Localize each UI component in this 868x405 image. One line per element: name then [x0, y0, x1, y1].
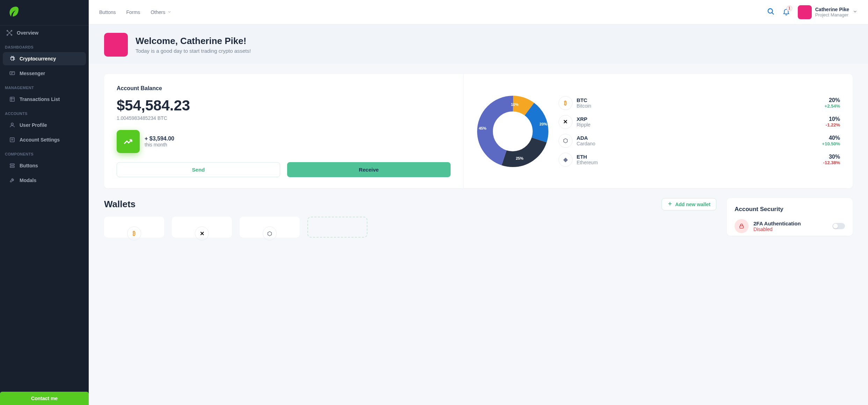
sidebar-item-modals[interactable]: Modals — [3, 174, 86, 187]
chat-icon — [9, 70, 15, 77]
donut-label: 20% — [540, 122, 547, 126]
coin-pct: 40% — [822, 135, 840, 141]
sidebar-item-overview[interactable]: Overview — [0, 26, 89, 40]
donut-label: 45% — [479, 126, 487, 130]
form-icon — [9, 137, 15, 143]
sidebar: Overview DASHBOARDS Cryptocurrency Messe… — [0, 0, 89, 405]
avatar — [104, 33, 128, 57]
coin-change: -1.22% — [826, 122, 840, 128]
balance-amount: $54,584.23 — [117, 97, 451, 114]
donut-label: 10% — [511, 102, 519, 107]
svg-rect-8 — [10, 164, 14, 165]
plus-icon — [668, 201, 672, 207]
coin-symbol: BTC — [577, 97, 591, 103]
security-item-status: Disabled — [753, 226, 801, 232]
portfolio-row: ⬡ ADACardano 40%+10.50% — [559, 134, 840, 148]
search-icon — [767, 10, 775, 16]
overview-label: Overview — [17, 30, 38, 36]
sidebar-item-messenger[interactable]: Messenger — [3, 67, 86, 80]
contact-me-button[interactable]: Contact me — [0, 392, 89, 405]
svg-rect-5 — [10, 97, 14, 101]
top-link-others[interactable]: Others — [151, 9, 172, 15]
wallet-card[interactable]: ₿ — [104, 217, 164, 238]
sidebar-item-account-settings[interactable]: Account Settings — [3, 133, 86, 146]
wrench-icon — [9, 177, 15, 183]
grid-icon — [9, 96, 15, 102]
wallet-card[interactable]: ✕ — [172, 217, 232, 238]
user-info: Catherine Pike Project Manager — [815, 7, 849, 17]
nav-label: User Profile — [20, 122, 47, 128]
nav-label: Messenger — [20, 71, 45, 76]
top-link-buttons[interactable]: Buttons — [99, 9, 116, 15]
coin-symbol: XRP — [577, 116, 591, 122]
top-link-label: Others — [151, 9, 165, 15]
top-link-forms[interactable]: Forms — [126, 9, 140, 15]
btc-icon: ₿ — [127, 226, 141, 240]
wallets-title: Wallets — [104, 199, 136, 210]
svg-point-6 — [11, 123, 13, 125]
xrp-icon: ✕ — [195, 226, 209, 240]
search-button[interactable] — [767, 8, 775, 17]
bell-icon — [782, 10, 790, 16]
section-header: ACCOUNTS — [0, 107, 89, 118]
gear-icon — [9, 56, 15, 62]
coin-change: -12.38% — [823, 160, 840, 165]
sidebar-item-transactions[interactable]: Transactions List — [3, 93, 86, 106]
top-nav: Buttons Forms Others — [99, 9, 172, 15]
account-security-card: Account Security 2FA Authentication Disa… — [727, 198, 853, 236]
hero: Welcome, Catherine Pike! Today is a good… — [89, 24, 868, 64]
receive-button[interactable]: Receive — [287, 162, 451, 177]
sidebar-item-buttons[interactable]: Buttons — [3, 159, 86, 172]
coin-name: Bitcoin — [577, 103, 591, 109]
portfolio-donut-chart: 10% 20% 25% 45% — [476, 95, 549, 168]
coin-change: +2.54% — [825, 103, 840, 109]
ada-icon: ⬡ — [559, 134, 572, 148]
balance-title: Account Balance — [117, 85, 451, 92]
trend-amount: + $3,594.00 — [145, 136, 174, 142]
portfolio-row: ₿ BTCBitcoin 20%+2.54% — [559, 96, 840, 110]
coin-pct: 20% — [825, 97, 840, 103]
coin-symbol: ETH — [577, 154, 598, 160]
ada-icon: ⬡ — [263, 226, 277, 240]
topbar: Buttons Forms Others — [89, 0, 868, 24]
portfolio-list: ₿ BTCBitcoin 20%+2.54% ✕ XRPRipple 10%-1… — [559, 96, 840, 167]
coin-pct: 10% — [826, 116, 840, 122]
security-title: Account Security — [735, 206, 845, 213]
sidebar-item-user-profile[interactable]: User Profile — [3, 118, 86, 132]
wallet-card[interactable]: ⬡ — [240, 217, 300, 238]
security-item-title: 2FA Authentication — [753, 220, 801, 226]
chevron-down-icon — [853, 9, 858, 15]
account-balance-card: Account Balance $54,584.23 1.00459834852… — [104, 74, 853, 188]
sidebar-item-cryptocurrency[interactable]: Cryptocurrency — [3, 52, 86, 65]
portfolio-row: ◆ ETHEthereum 30%-12.38% — [559, 153, 840, 167]
section-header: COMPONENTS — [0, 147, 89, 158]
section-header: MANAGEMENT — [0, 81, 89, 92]
balance-sub: 1.0045983485234 BTC — [117, 115, 451, 121]
chevron-down-icon — [167, 9, 172, 15]
nav-label: Cryptocurrency — [20, 56, 56, 62]
send-button[interactable]: Send — [117, 162, 280, 177]
notification-badge: 1 — [787, 6, 792, 11]
svg-point-10 — [768, 8, 772, 13]
add-wallet-button[interactable]: Add new wallet — [662, 198, 716, 210]
2fa-toggle[interactable] — [832, 223, 845, 229]
design-icon — [6, 30, 13, 36]
notifications-button[interactable]: 1 — [782, 8, 790, 17]
svg-rect-9 — [10, 166, 14, 168]
xrp-icon: ✕ — [559, 115, 572, 129]
trending-up-icon — [117, 130, 140, 153]
donut-label: 25% — [516, 156, 524, 160]
logo-row — [0, 0, 89, 26]
section-header: DASHBOARDS — [0, 40, 89, 51]
eth-icon: ◆ — [559, 153, 572, 167]
trend-label: this month — [145, 142, 174, 147]
svg-rect-4 — [10, 72, 15, 75]
user-role: Project Manager — [815, 12, 849, 17]
coin-name: Ethereum — [577, 160, 598, 165]
btc-icon: ₿ — [559, 96, 572, 110]
user-menu[interactable]: Catherine Pike Project Manager — [798, 5, 858, 19]
nav-label: Modals — [20, 178, 36, 183]
nav-label: Buttons — [20, 163, 38, 168]
svg-rect-15 — [740, 226, 744, 228]
wallet-card-add[interactable] — [307, 217, 367, 238]
